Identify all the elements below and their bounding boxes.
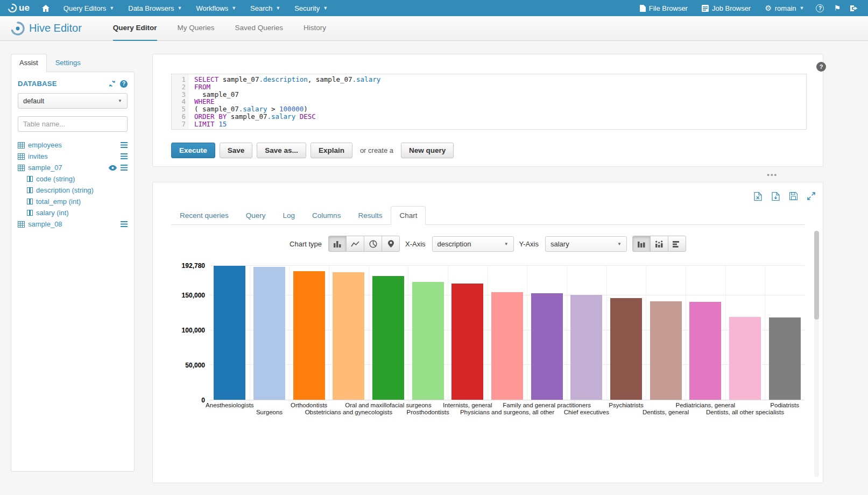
table-link-invites[interactable]: invites [28, 152, 48, 160]
grouped-bars-button[interactable] [632, 236, 651, 252]
download-xls-icon[interactable] [754, 192, 762, 201]
job-browser-button[interactable]: Job Browser [695, 0, 758, 16]
editor-help-icon[interactable]: ? [816, 62, 826, 72]
line-number: 3 [172, 91, 186, 98]
save-button[interactable]: Save [220, 143, 253, 158]
menu-query-editors[interactable]: Query Editors ▼ [57, 0, 121, 16]
hive-editor-brand[interactable]: Hive Editor [11, 22, 82, 36]
bar-podiatrists[interactable] [769, 317, 801, 400]
bar-anesthesiologists[interactable] [214, 266, 245, 400]
bar-surgeons[interactable] [253, 267, 285, 400]
bar-pediatricians-general[interactable] [689, 302, 721, 400]
menu-data-browsers[interactable]: Data Browsers ▼ [121, 0, 189, 16]
feedback-button[interactable]: ⚑ [829, 0, 845, 16]
panel-resize-handle[interactable]: ••• [152, 167, 823, 182]
user-menu[interactable]: ⚙ romain ▼ [758, 0, 811, 16]
pie-chart-type-button[interactable] [364, 236, 382, 252]
menu-search[interactable]: Search ▼ [243, 0, 287, 16]
assist-body: DATABASE ? default ▼ employees [11, 72, 135, 472]
column-label[interactable]: description (string) [36, 186, 94, 194]
bar-orthodontists[interactable] [293, 271, 325, 400]
bar-obstetricians-and-gynecologists[interactable] [333, 272, 364, 400]
database-label: DATABASE [18, 80, 57, 88]
execute-button[interactable]: Execute [171, 143, 215, 158]
tab-saved-queries[interactable]: Saved Queries [235, 16, 283, 41]
menu-workflows[interactable]: Workflows ▼ [189, 0, 243, 16]
download-csv-icon[interactable] [772, 192, 780, 201]
file-browser-button[interactable]: File Browser [633, 0, 695, 16]
gridline [686, 266, 686, 400]
tab-log[interactable]: Log [274, 206, 304, 225]
column-label[interactable]: salary (int) [36, 209, 69, 217]
tab-query[interactable]: Query [237, 206, 274, 225]
bar-oral-and-maxillofacial-surgeons[interactable] [372, 276, 404, 400]
table-link-sample-08[interactable]: sample_08 [28, 220, 62, 228]
browse-data-icon[interactable] [121, 153, 128, 159]
assist-help-icon[interactable]: ? [120, 80, 128, 88]
line-chart-type-button[interactable] [346, 236, 364, 252]
refresh-icon[interactable] [108, 80, 116, 87]
column-row: total_emp (int) [18, 196, 128, 207]
explain-button[interactable]: Explain [310, 143, 352, 158]
tab-columns[interactable]: Columns [304, 206, 349, 225]
column-label[interactable]: total_emp (int) [36, 197, 81, 206]
x-axis-tick-label: Anesthesiologists [206, 402, 254, 408]
chevron-down-icon: ▼ [178, 6, 182, 11]
bar-physicians-and-surgeons-all-other[interactable] [491, 292, 523, 400]
x-axis-select[interactable]: description ▼ [432, 236, 514, 252]
bar-dentists-general[interactable] [650, 301, 682, 400]
tab-history[interactable]: History [304, 16, 326, 41]
new-query-button[interactable]: New query [401, 143, 454, 158]
database-select[interactable]: default ▼ [18, 93, 128, 109]
table-filter-input[interactable] [18, 116, 128, 132]
table-link-employees[interactable]: employees [28, 141, 62, 149]
logout-button[interactable] [845, 0, 863, 16]
bar-dentists-all-other-specialists[interactable] [729, 317, 761, 400]
map-chart-type-button[interactable] [382, 236, 400, 252]
save-as-button[interactable]: Save as... [257, 143, 306, 158]
tab-query-editor[interactable]: Query Editor [113, 16, 157, 41]
tab-results[interactable]: Results [349, 206, 391, 225]
menu-security[interactable]: Security ▼ [287, 0, 335, 16]
browse-data-icon[interactable] [121, 142, 128, 148]
code-line: FROM [194, 83, 806, 91]
y-axis-tick-label: 150,000 [182, 292, 205, 299]
menu-label: Workflows [196, 4, 228, 12]
tab-recent-queries[interactable]: Recent queries [171, 206, 237, 225]
save-results-icon[interactable] [789, 192, 798, 201]
home-button[interactable] [35, 0, 57, 16]
beeswax-logo-icon [11, 22, 25, 36]
help-button[interactable]: ? [811, 0, 829, 16]
bar-chief-executives[interactable] [570, 295, 602, 400]
column-label[interactable]: code (string) [36, 175, 75, 183]
menu-label: Security [294, 4, 320, 12]
table-icon [18, 142, 25, 148]
gridline [210, 265, 805, 266]
bar-internists-general[interactable] [451, 284, 483, 400]
sql-code-editor[interactable]: 1234567 SELECT sample_07.description, sa… [171, 74, 807, 130]
bar-prosthodontists[interactable] [412, 282, 444, 400]
gridline [369, 266, 369, 400]
browse-data-icon[interactable] [121, 221, 128, 227]
bar-family-and-general-practitioners[interactable] [531, 293, 563, 400]
expand-results-icon[interactable] [807, 192, 815, 201]
preview-eye-icon[interactable] [109, 165, 117, 171]
tab-settings[interactable]: Settings [47, 54, 89, 72]
vertical-scrollbar[interactable] [814, 231, 819, 477]
sql-code[interactable]: SELECT sample_07.description, sample_07.… [189, 74, 806, 129]
stacked-bars-button[interactable] [650, 236, 668, 252]
chart-y-axis: 050,000100,000150,000192,780 [177, 266, 210, 400]
home-icon [42, 5, 50, 12]
tab-chart[interactable]: Chart [391, 206, 426, 225]
y-axis-tick-label: 100,000 [182, 327, 205, 334]
hue-logo[interactable]: ue [8, 3, 30, 13]
bar-psychiatrists[interactable] [610, 298, 642, 400]
browse-data-icon[interactable] [121, 165, 128, 171]
bar-chart-type-button[interactable] [328, 236, 347, 252]
scrollbar-thumb[interactable] [814, 231, 819, 320]
tab-assist[interactable]: Assist [11, 54, 47, 72]
table-link-sample-07[interactable]: sample_07 [28, 164, 62, 172]
horizontal-bars-button[interactable] [668, 236, 686, 252]
tab-my-queries[interactable]: My Queries [178, 16, 215, 41]
y-axis-select[interactable]: salary ▼ [545, 236, 627, 252]
